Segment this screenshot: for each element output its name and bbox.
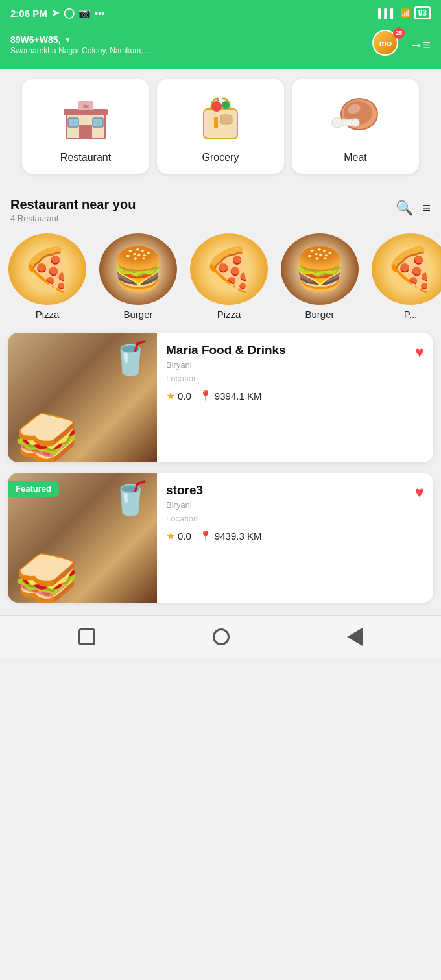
signal-icon: ▌▌▌ [378, 8, 396, 18]
food-chip-burger-2[interactable]: 🍔 Burger [278, 233, 362, 320]
burger-image-1: 🍔 [99, 233, 177, 305]
section-subtitle: 4 Restaurant [10, 213, 136, 223]
distance-maria: 📍 9394.1 KM [199, 390, 262, 402]
notification-badge: 25 [393, 27, 405, 39]
favorite-icon-maria[interactable]: ♥ [415, 343, 424, 361]
restaurant-location-maria: Location [166, 374, 424, 383]
burger-image-2: 🍔 [281, 233, 359, 305]
rating-maria: ★ 0.0 [166, 390, 191, 402]
food-chip-label-p: P... [404, 309, 418, 320]
star-icon-store3: ★ [166, 530, 175, 542]
food-chip-label-pizza-1: Pizza [36, 309, 60, 320]
category-card-restaurant[interactable]: 🍽 Restaurant [22, 79, 149, 174]
nav-center-button[interactable] [213, 628, 230, 645]
search-icon[interactable]: 🔍 [396, 200, 413, 217]
restaurant-card-store3[interactable]: Featured store3 Biryani Location ♥ ★ 0.0… [8, 473, 433, 603]
card-image-wrap-store3: Featured [8, 473, 157, 603]
restaurant-label: Restaurant [60, 152, 111, 163]
grocery-label: Grocery [202, 152, 239, 163]
avatar-initials: mo [379, 38, 392, 48]
restaurant-name-maria: Maria Food & Drinks [166, 343, 424, 357]
svg-point-13 [222, 101, 230, 109]
location-row[interactable]: 89W6+W85, ▼ [10, 34, 372, 45]
svg-rect-11 [204, 109, 237, 139]
food-chip-burger-1[interactable]: 🍔 Burger [96, 233, 180, 320]
favorite-icon-store3[interactable]: ♥ [415, 483, 424, 501]
status-bar: 2:06 PM ➤ ◯ 📷 ••• ▌▌▌ 📶 93 [0, 0, 441, 26]
restaurant-category-maria: Biryani [166, 360, 424, 370]
svg-point-20 [352, 119, 359, 126]
category-card-meat[interactable]: Meat [292, 79, 419, 174]
video-icon: 📷 [78, 7, 91, 19]
featured-badge: Featured [8, 481, 59, 497]
bottom-nav [0, 615, 441, 657]
chevron-down-icon[interactable]: ▼ [64, 36, 71, 43]
svg-rect-2 [79, 125, 92, 139]
grocery-svg [195, 92, 246, 144]
star-icon-maria: ★ [166, 390, 175, 402]
restaurant-list: Maria Food & Drinks Biryani Location ♥ ★… [0, 330, 441, 615]
circle-icon: ◯ [64, 7, 75, 19]
pizza-image-2: 🍕 [190, 233, 268, 305]
svg-text:🍽: 🍽 [83, 104, 89, 110]
address-line2: Swarnarekha Nagar Colony, Namkum, ... [10, 46, 372, 55]
pizza-image-3: 🍕 [372, 233, 441, 305]
distance-store3: 📍 9439.3 KM [199, 530, 262, 542]
menu-label: →≡ [410, 38, 431, 53]
battery-display: 93 [414, 6, 431, 19]
card-meta-store3: ★ 0.0 📍 9439.3 KM [166, 530, 424, 542]
pin-icon-store3: 📍 [199, 530, 212, 542]
grocery-icon [195, 92, 246, 144]
restaurant-image-maria [8, 333, 157, 462]
card-info-maria: Maria Food & Drinks Biryani Location ♥ ★… [157, 333, 433, 462]
nav-back-button[interactable] [347, 628, 363, 646]
restaurant-category-store3: Biryani [166, 500, 424, 510]
section-header: Restaurant near you 4 Restaurant 🔍 ≡ [0, 187, 441, 228]
food-chips-row: 🍕 Pizza 🍔 Burger 🍕 Pizza 🍔 Burger 🍕 P... [0, 228, 441, 330]
svg-rect-15 [220, 115, 232, 124]
header-right: mo 25 →≡ [372, 30, 431, 60]
food-chip-pizza-3[interactable]: 🍕 P... [368, 233, 441, 320]
circle-icon-nav [213, 628, 230, 645]
time-display: 2:06 PM [10, 8, 47, 19]
pizza-image-1: 🍕 [8, 233, 86, 305]
restaurant-svg: 🍽 [60, 92, 112, 144]
location-arrow-icon: ➤ [51, 7, 60, 19]
nav-home-button[interactable] [78, 628, 95, 645]
header: 89W6+W85, ▼ Swarnarekha Nagar Colony, Na… [0, 26, 441, 69]
menu-icon[interactable]: →≡ [410, 38, 431, 53]
restaurant-card-maria[interactable]: Maria Food & Drinks Biryani Location ♥ ★… [8, 333, 433, 462]
status-right: ▌▌▌ 📶 93 [378, 6, 431, 19]
avatar-coin[interactable]: mo 25 [372, 30, 402, 60]
food-chip-pizza-1[interactable]: 🍕 Pizza [5, 233, 89, 320]
meat-label: Meat [344, 152, 367, 163]
address-line1: 89W6+W85, [10, 34, 60, 45]
restaurant-name-store3: store3 [166, 483, 424, 497]
wifi-icon: 📶 [400, 8, 411, 18]
section-title: Restaurant near you [10, 197, 136, 212]
food-chip-label-burger-1: Burger [123, 309, 152, 320]
rating-store3: ★ 0.0 [166, 530, 191, 542]
svg-point-12 [211, 101, 222, 112]
food-chip-label-pizza-2: Pizza [217, 309, 241, 320]
meat-icon [329, 92, 381, 144]
food-chip-label-burger-2: Burger [305, 309, 334, 320]
meat-svg [329, 92, 381, 144]
restaurant-location-store3: Location [166, 514, 424, 523]
card-info-store3: store3 Biryani Location ♥ ★ 0.0 📍 9439.3… [157, 473, 433, 603]
more-icon: ••• [95, 8, 105, 19]
svg-point-19 [332, 117, 342, 128]
category-section: 🍽 Restaurant Grocery [0, 69, 441, 187]
category-card-grocery[interactable]: Grocery [157, 79, 284, 174]
status-left: 2:06 PM ➤ ◯ 📷 ••• [10, 7, 104, 19]
food-chip-pizza-2[interactable]: 🍕 Pizza [187, 233, 271, 320]
card-meta-maria: ★ 0.0 📍 9394.1 KM [166, 390, 424, 402]
pin-icon-maria: 📍 [199, 390, 212, 402]
filter-icon[interactable]: ≡ [422, 200, 431, 217]
section-actions: 🔍 ≡ [396, 200, 431, 217]
header-address[interactable]: 89W6+W85, ▼ Swarnarekha Nagar Colony, Na… [10, 34, 372, 55]
section-title-block: Restaurant near you 4 Restaurant [10, 197, 136, 223]
rating-value-maria: 0.0 [178, 390, 191, 401]
restaurant-icon: 🍽 [60, 92, 112, 144]
svg-rect-14 [214, 117, 218, 128]
